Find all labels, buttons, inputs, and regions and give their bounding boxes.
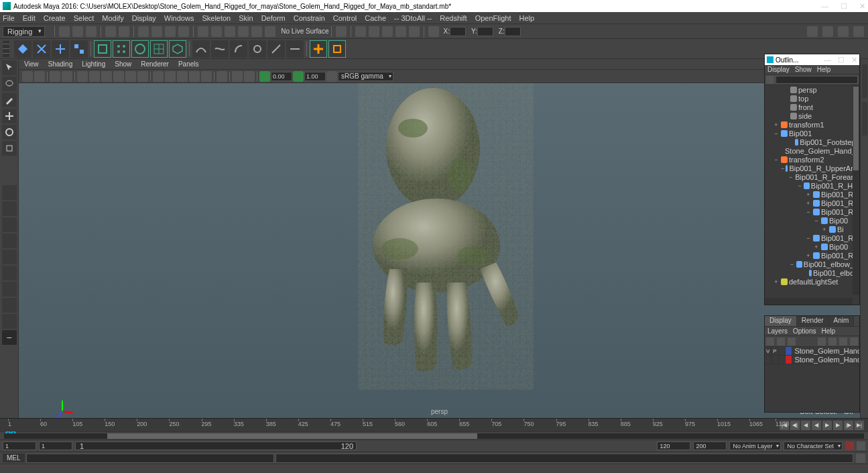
layer-vis-cell[interactable]: V — [765, 347, 771, 355]
ipr-icon[interactable] — [369, 26, 379, 37]
viewmenu-show[interactable]: Show — [115, 60, 131, 68]
layer-row[interactable]: Stone_Golem_Hand_R — [765, 356, 859, 364]
shelf-tool-5[interactable] — [94, 40, 111, 58]
view-field-chart-icon[interactable] — [125, 71, 136, 82]
channel-box-icon[interactable] — [853, 26, 864, 37]
shelf-tool-9[interactable] — [169, 40, 186, 58]
layer-vis-cell[interactable] — [779, 347, 786, 355]
view-xray-joints-icon[interactable] — [244, 71, 255, 82]
rotate-tool[interactable] — [2, 125, 17, 140]
shelf-tabs-handle[interactable] — [3, 41, 9, 57]
go-end-button[interactable]: ▶| — [855, 421, 864, 430]
layer-new-icon[interactable] — [850, 337, 858, 346]
redo-icon[interactable] — [119, 26, 129, 37]
select-mode-icon[interactable] — [138, 26, 149, 37]
shelf-tool-15[interactable] — [286, 40, 304, 58]
menu-redshift[interactable]: Redshift — [440, 14, 467, 22]
menu-create[interactable]: Create — [44, 14, 66, 22]
menu-edit[interactable]: Edit — [23, 14, 36, 22]
shelf-tool-10[interactable] — [192, 40, 210, 58]
outliner-item[interactable]: −Bip001_R — [765, 233, 859, 242]
outliner-titlebar[interactable]: Outlin... — ☐ ✕ — [765, 54, 859, 65]
gamma-input[interactable]: 1.00 — [304, 72, 326, 81]
select-hierarchy-icon[interactable] — [151, 26, 162, 37]
menu-display[interactable]: Display — [132, 14, 156, 22]
shelf-tool-4[interactable] — [70, 40, 88, 58]
outliner-item[interactable]: top — [765, 94, 859, 103]
outliner-item[interactable]: −Bip001_R — [765, 207, 859, 216]
colorspace-dropdown[interactable]: sRGB gamma — [338, 72, 393, 81]
outliner-item[interactable]: −Bip001_elbow_R — [765, 260, 859, 268]
shelf-tool-7[interactable] — [131, 40, 149, 58]
layer-icon-2[interactable] — [777, 337, 785, 346]
layer-color-swatch[interactable] — [786, 356, 792, 364]
expand-icon[interactable]: + — [773, 278, 780, 285]
menu-help[interactable]: Help — [519, 14, 534, 22]
snap-live-icon[interactable] — [265, 26, 275, 37]
anim-end-input[interactable]: 200 — [693, 441, 727, 450]
prefs-icon[interactable] — [857, 441, 865, 450]
workspace-dropdown[interactable]: Rigging — [3, 26, 45, 37]
play-start-input[interactable]: 1 — [39, 441, 72, 450]
step-back-button[interactable]: ◀ — [801, 421, 810, 430]
maximize-button[interactable]: ☐ — [841, 2, 847, 11]
outliner-item[interactable]: persp — [765, 85, 859, 94]
shelf-tool-13[interactable] — [249, 40, 266, 58]
outliner-search-input[interactable] — [776, 76, 858, 84]
view-textured-icon[interactable] — [177, 71, 188, 82]
move-tool[interactable] — [2, 109, 17, 123]
outliner-close[interactable]: ✕ — [851, 56, 857, 64]
outliner-item[interactable]: +Bi — [765, 225, 859, 233]
layer-vis-cell[interactable] — [765, 356, 771, 364]
shelf-tool-6[interactable] — [113, 40, 130, 58]
expand-icon[interactable]: − — [789, 174, 792, 180]
layer-icon-1[interactable] — [766, 337, 774, 346]
menu-windows[interactable]: Windows — [164, 14, 194, 22]
render-icon[interactable] — [355, 26, 366, 37]
outliner-item[interactable]: +transform1 — [765, 120, 859, 129]
play-button[interactable]: ▶ — [822, 421, 832, 430]
sidebar-toggle-icon[interactable] — [807, 26, 818, 37]
menu-skeleton[interactable]: Skeleton — [202, 14, 231, 22]
undo-icon[interactable] — [105, 26, 116, 37]
expand-icon[interactable]: − — [773, 156, 780, 163]
view-camera-icon[interactable] — [34, 71, 45, 82]
step-fwd-button[interactable]: ▶ — [833, 421, 843, 430]
view-lights-icon[interactable] — [189, 71, 200, 82]
menu-openflight[interactable]: OpenFlight — [475, 14, 511, 22]
layout-custom3[interactable] — [2, 314, 17, 329]
layer-row[interactable]: VPStone_Golem_Hand_R — [765, 347, 859, 356]
outliner-item[interactable]: side — [765, 111, 859, 120]
layer-icon-3[interactable] — [788, 337, 796, 346]
menu-skin[interactable]: Skin — [239, 14, 253, 22]
view-exposure-icon[interactable] — [259, 71, 270, 82]
shelf-tool-1[interactable] — [14, 40, 32, 58]
select-object-icon[interactable] — [165, 26, 176, 37]
layer-icon-5[interactable] — [828, 337, 836, 346]
expand-icon[interactable]: + — [773, 121, 780, 128]
render-settings-icon[interactable] — [382, 26, 393, 37]
view-image-plane-icon[interactable] — [62, 71, 72, 82]
expand-icon[interactable]: − — [773, 130, 780, 137]
shelf-tool-16[interactable] — [310, 40, 327, 58]
step-fwd-key-button[interactable]: |▶ — [844, 421, 853, 430]
outliner-item[interactable]: +Bip001_R — [765, 199, 859, 207]
search-icon[interactable] — [766, 76, 774, 84]
view-xray-icon[interactable] — [232, 71, 243, 82]
time-slider[interactable]: 1601051502002502953353854254755155606056… — [0, 418, 868, 431]
snap-grid-icon[interactable] — [198, 26, 208, 37]
select-component-icon[interactable] — [178, 26, 189, 37]
shelf-tool-11[interactable] — [211, 40, 229, 58]
view-bookmark-icon[interactable] — [50, 71, 60, 82]
outliner-item[interactable]: front — [765, 103, 859, 111]
outliner-item[interactable]: −Bip001 — [765, 129, 859, 138]
view-wireframe-icon[interactable] — [153, 71, 164, 82]
expand-icon[interactable]: − — [813, 217, 820, 224]
viewport-3d[interactable]: persp Symmetry: Off Soft Select: Off — [19, 83, 860, 418]
hypershade-icon[interactable] — [409, 26, 420, 37]
layer-menu-layers[interactable]: Layers — [767, 327, 788, 335]
layer-color-swatch[interactable] — [786, 347, 792, 355]
x-input[interactable] — [450, 27, 466, 36]
expand-icon[interactable]: − — [789, 261, 795, 268]
autokey-icon[interactable] — [845, 441, 854, 450]
